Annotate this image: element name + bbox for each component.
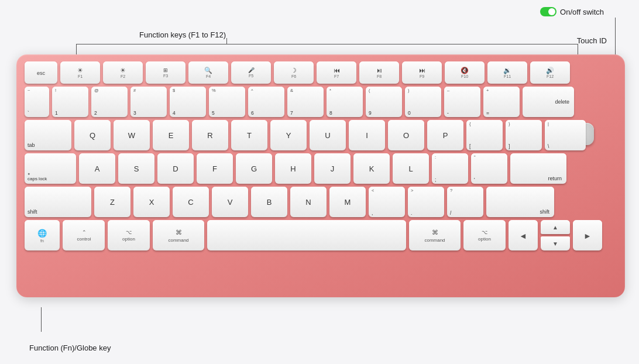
onoff-label: On/off switch [560, 8, 604, 16]
key-tab[interactable]: tab [25, 120, 71, 150]
key-control[interactable]: ⌃ control [63, 220, 105, 250]
asdf-row: ● caps lock A S D F G H J K L : ; " ' re… [25, 153, 617, 184]
key-semicolon[interactable]: : ; [432, 153, 468, 184]
onoff-annotation: On/off switch [540, 7, 604, 16]
key-return[interactable]: return [510, 153, 566, 184]
key-minus[interactable]: – - [444, 87, 480, 117]
zxcv-row: shift Z X C V B N M < , > . ? / shift [25, 187, 617, 217]
key-f1[interactable]: ☀ F1 [60, 61, 100, 84]
key-r[interactable]: R [192, 120, 228, 150]
key-f12[interactable]: 🔊 F12 [530, 61, 570, 84]
key-t[interactable]: T [231, 120, 267, 150]
key-space[interactable] [207, 220, 406, 250]
arrow-up-down: ▲ ▼ [541, 220, 570, 250]
key-f9[interactable]: ⏭ F9 [402, 61, 442, 84]
fn-row: esc ☀ F1 ☀ F2 ⊞ F3 [25, 61, 617, 84]
key-quote[interactable]: " ' [471, 153, 507, 184]
key-f10[interactable]: 🔇 F10 [445, 61, 485, 84]
key-rbracket[interactable]: } ] [506, 120, 542, 150]
key-o[interactable]: O [388, 120, 424, 150]
key-9[interactable]: ( 9 [366, 87, 402, 117]
key-8[interactable]: * 8 [327, 87, 363, 117]
globe-line [41, 307, 42, 332]
key-c[interactable]: C [173, 187, 209, 217]
keyboard-body: esc ☀ F1 ☀ F2 ⊞ F3 [16, 54, 625, 297]
bracket-line [76, 44, 578, 44]
key-z[interactable]: Z [94, 187, 130, 217]
key-1[interactable]: ! 1 [52, 87, 88, 117]
key-k[interactable]: K [353, 153, 390, 184]
key-a[interactable]: A [79, 153, 115, 184]
key-n[interactable]: N [290, 187, 327, 217]
key-6[interactable]: ^ 6 [248, 87, 284, 117]
key-period[interactable]: > . [408, 187, 444, 217]
touchid-label: Touch ID [577, 36, 607, 45]
key-shift-right[interactable]: shift [486, 187, 554, 217]
key-arrow-left[interactable]: ◄ [509, 220, 538, 250]
fnkeys-annotation: Function keys (F1 to F12) [139, 30, 226, 39]
key-esc[interactable]: esc [25, 61, 57, 84]
bottom-row: 🌐 fn ⌃ control ⌥ option ⌘ command [25, 220, 617, 250]
toggle-icon[interactable] [540, 7, 556, 16]
key-m[interactable]: M [329, 187, 366, 217]
key-arrow-down[interactable]: ▼ [541, 236, 570, 250]
key-option-right[interactable]: ⌥ option [463, 220, 506, 250]
key-p[interactable]: P [427, 120, 463, 150]
key-f5[interactable]: 🎤 F5 [231, 61, 271, 84]
key-h[interactable]: H [275, 153, 311, 184]
key-4[interactable]: $ 4 [170, 87, 206, 117]
key-f7[interactable]: ⏮ F7 [317, 61, 356, 84]
fnkeys-label: Function keys (F1 to F12) [139, 30, 226, 39]
key-i[interactable]: I [349, 120, 385, 150]
key-delete[interactable]: delete [523, 87, 574, 117]
key-capslock[interactable]: ● caps lock [25, 153, 76, 184]
arrow-keys: ◄ ▲ ▼ ► [509, 220, 602, 250]
key-y[interactable]: Y [270, 120, 307, 150]
key-0[interactable]: ) 0 [405, 87, 441, 117]
key-v[interactable]: V [212, 187, 248, 217]
key-s[interactable]: S [118, 153, 154, 184]
key-f3[interactable]: ⊞ F3 [146, 61, 185, 84]
key-j[interactable]: J [314, 153, 351, 184]
bracket-left [76, 44, 77, 54]
bracket-right [578, 44, 578, 54]
key-f2[interactable]: ☀ F2 [103, 61, 143, 84]
key-tilde[interactable]: ~ ` [25, 87, 49, 117]
key-7[interactable]: & 7 [287, 87, 324, 117]
key-f8[interactable]: ⏯ F8 [359, 61, 399, 84]
page: On/off switch Touch ID Function keys (F1… [0, 0, 639, 364]
key-2[interactable]: @ 2 [91, 87, 128, 117]
key-e[interactable]: E [153, 120, 189, 150]
key-l[interactable]: L [393, 153, 429, 184]
key-option-left[interactable]: ⌥ option [108, 220, 150, 250]
key-f6[interactable]: ☽ F6 [274, 61, 314, 84]
key-3[interactable]: # 3 [130, 87, 167, 117]
key-d[interactable]: D [157, 153, 194, 184]
key-arrow-up[interactable]: ▲ [541, 220, 570, 234]
key-backslash[interactable]: | \ [545, 120, 586, 150]
fnkeys-pointer [226, 38, 227, 44]
key-g[interactable]: G [236, 153, 272, 184]
key-arrow-right[interactable]: ► [573, 220, 602, 250]
key-f11[interactable]: 🔉 F11 [487, 61, 527, 84]
key-u[interactable]: U [310, 120, 346, 150]
key-5[interactable]: % 5 [209, 87, 245, 117]
key-f[interactable]: F [197, 153, 233, 184]
touchid-annotation: Touch ID [577, 36, 607, 45]
key-command-left[interactable]: ⌘ command [153, 220, 204, 250]
key-w[interactable]: W [114, 120, 150, 150]
key-x[interactable]: X [133, 187, 170, 217]
number-row: ~ ` ! 1 @ 2 # 3 $ 4 % 5 [25, 87, 617, 117]
key-comma[interactable]: < , [369, 187, 405, 217]
key-command-right[interactable]: ⌘ command [409, 220, 461, 250]
key-fn-globe[interactable]: 🌐 fn [25, 220, 60, 250]
key-shift-left[interactable]: shift [25, 187, 91, 217]
key-f4[interactable]: 🔍 F4 [188, 61, 228, 84]
globe-annotation: Function (Fn)/Globe key [29, 344, 111, 352]
key-lbracket[interactable]: { [ [466, 120, 503, 150]
key-q[interactable]: Q [74, 120, 111, 150]
key-slash[interactable]: ? / [447, 187, 483, 217]
key-b[interactable]: B [251, 187, 287, 217]
key-equals[interactable]: + = [483, 87, 520, 117]
qwerty-row: tab Q W E R T Y U I O P { [ } ] | \ [25, 120, 617, 150]
